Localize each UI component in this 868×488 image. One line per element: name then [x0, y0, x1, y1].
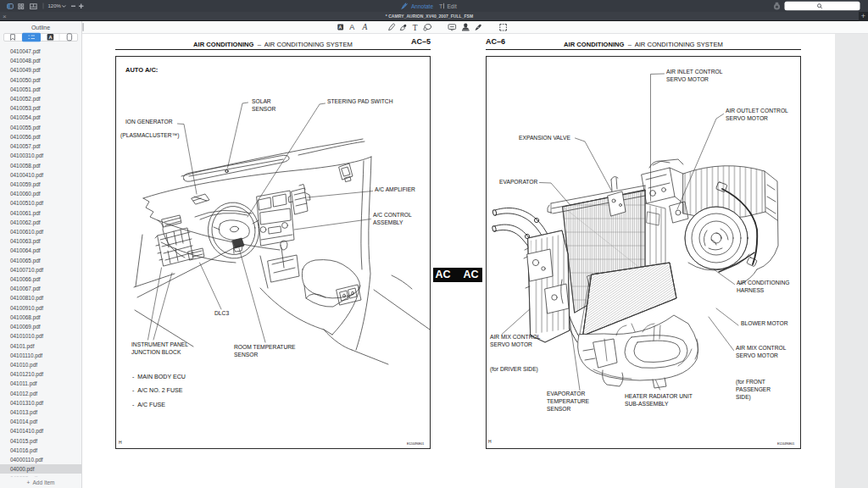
svg-text:T: T [439, 3, 443, 9]
svg-text:A: A [349, 23, 354, 31]
svg-text:A: A [339, 25, 342, 30]
svg-text:T: T [413, 24, 418, 32]
svg-text:A: A [362, 23, 368, 31]
svg-text:Edit: Edit [448, 3, 457, 9]
svg-text:A: A [48, 35, 52, 40]
svg-text:120%: 120% [48, 3, 62, 8]
svg-text:Annotate: Annotate [411, 3, 433, 9]
